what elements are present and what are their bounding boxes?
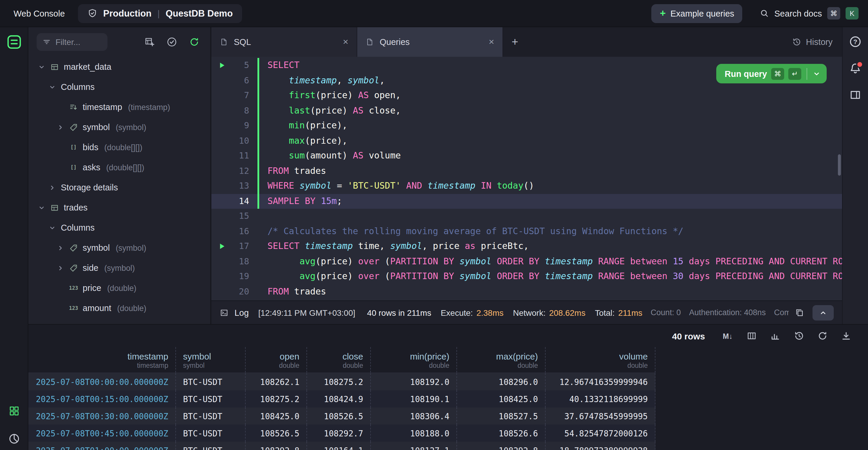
column-header-min-price-[interactable]: min(price)double: [371, 347, 457, 372]
cell-symbol[interactable]: BTC-USDT: [176, 442, 246, 450]
cell-close[interactable]: 108275.2: [307, 373, 371, 390]
cell-close[interactable]: 108292.7: [307, 425, 371, 442]
code-line-13[interactable]: 13WHERE symbol = 'BTC-USDT' AND timestam…: [211, 178, 842, 194]
column-header-symbol[interactable]: symbolsymbol: [176, 347, 246, 372]
instance-badge[interactable]: Production | QuestDB Demo: [78, 4, 242, 23]
code-line-18[interactable]: 18 avg(price) over (PARTITION BY symbol …: [211, 254, 842, 269]
cell-max-price-[interactable]: 108292.8: [457, 442, 546, 450]
cell-volume[interactable]: 18.780972389999928: [546, 442, 655, 450]
refresh-results-icon[interactable]: [817, 331, 828, 341]
cell-max-price-[interactable]: 108296.0: [457, 373, 546, 390]
cell-close[interactable]: 108424.9: [307, 390, 371, 407]
cell-open[interactable]: 108292.8: [246, 442, 307, 450]
sql-editor[interactable]: 5SELECT6 timestamp, symbol,7 first(price…: [211, 57, 842, 301]
table-row[interactable]: 2025-07-08T00:00:00.000000ZBTC-USDT10826…: [28, 373, 655, 390]
table-row[interactable]: 2025-07-08T00:30:00.000000ZBTC-USDT10842…: [28, 407, 655, 425]
cell-open[interactable]: 108262.1: [246, 373, 307, 390]
chevron-right-icon[interactable]: [57, 264, 64, 272]
filter-input[interactable]: Filter...: [37, 33, 107, 51]
column-header-volume[interactable]: volumedouble: [546, 347, 655, 372]
cell-timestamp[interactable]: 2025-07-08T00:45:00.000000Z: [28, 425, 176, 442]
cell-volume[interactable]: 40.1332118699999: [546, 390, 655, 407]
cell-min-price-[interactable]: 108188.0: [371, 425, 457, 442]
code-line-17[interactable]: 17SELECT timestamp time, symbol, price a…: [211, 239, 842, 254]
reload-schema-icon[interactable]: [189, 37, 199, 47]
code-line-16[interactable]: 16/* Calculates the rolling moving avera…: [211, 224, 842, 239]
code-line-14[interactable]: 14SAMPLE BY 15m;: [211, 194, 842, 209]
side-panel-icon[interactable]: [849, 89, 862, 101]
cell-max-price-[interactable]: 108527.5: [457, 407, 546, 425]
chevron-down-icon[interactable]: [49, 224, 56, 231]
download-csv-icon[interactable]: [841, 331, 851, 341]
cell-symbol[interactable]: BTC-USDT: [176, 373, 246, 390]
column-header-max-price-[interactable]: max(price)double: [457, 347, 546, 372]
editor-scrollbar[interactable]: [838, 154, 841, 176]
column-header-open[interactable]: opendouble: [246, 347, 307, 372]
cell-volume[interactable]: 54.82547872000126: [546, 425, 655, 442]
grid-view-icon[interactable]: [8, 405, 20, 417]
code-line-15[interactable]: 15: [211, 209, 842, 224]
pie-chart-icon[interactable]: [8, 433, 20, 445]
cell-symbol[interactable]: BTC-USDT: [176, 425, 246, 442]
code-line-10[interactable]: 10 max(price),: [211, 133, 842, 148]
chevron-right-icon[interactable]: [57, 244, 64, 252]
code-line-12[interactable]: 12FROM trades: [211, 164, 842, 178]
table-row[interactable]: 2025-07-08T01:00:00.000000ZBTC-USDT10829…: [28, 442, 655, 450]
cell-max-price-[interactable]: 108526.6: [457, 425, 546, 442]
code-line-19[interactable]: 19 avg(price) over (PARTITION BY symbol …: [211, 269, 842, 284]
run-statement-icon[interactable]: [218, 243, 225, 250]
run-statement-icon[interactable]: [218, 62, 225, 69]
tree-item-columns[interactable]: Columns: [28, 77, 210, 97]
chevron-down-icon[interactable]: [49, 83, 56, 91]
cell-max-price-[interactable]: 108425.0: [457, 390, 546, 407]
tree-item-market-data[interactable]: market_data: [28, 57, 210, 77]
code-line-9[interactable]: 9 min(price),: [211, 118, 842, 133]
cell-min-price-[interactable]: 108192.0: [371, 373, 457, 390]
tab-sql[interactable]: SQL×: [211, 27, 357, 57]
tree-item-columns[interactable]: Columns: [28, 218, 210, 238]
run-query-button[interactable]: Run query ⌘ ↵: [717, 64, 827, 83]
time-travel-icon[interactable]: [794, 331, 804, 341]
example-queries-button[interactable]: + Example queries: [652, 4, 743, 23]
cell-open[interactable]: 108425.0: [246, 407, 307, 425]
copy-markdown-icon[interactable]: M↓: [723, 331, 733, 341]
tree-item-amount[interactable]: 123amount(double): [28, 298, 210, 318]
cell-timestamp[interactable]: 2025-07-08T00:30:00.000000Z: [28, 407, 176, 425]
table-row[interactable]: 2025-07-08T00:15:00.000000ZBTC-USDT10827…: [28, 390, 655, 407]
add-table-icon[interactable]: [144, 37, 155, 47]
questdb-logo-icon[interactable]: [6, 34, 22, 50]
tree-item-timestamp[interactable]: timestamp(timestamp): [28, 97, 210, 117]
chevron-down-icon[interactable]: [38, 204, 45, 212]
cell-open[interactable]: 108275.2: [246, 390, 307, 407]
cell-symbol[interactable]: BTC-USDT: [176, 407, 246, 425]
cell-min-price-[interactable]: 108306.4: [371, 407, 457, 425]
cell-min-price-[interactable]: 108190.1: [371, 390, 457, 407]
tree-item-price[interactable]: 123price(double): [28, 278, 210, 298]
tree-item-asks[interactable]: []asks(double[][]): [28, 157, 210, 177]
cell-close[interactable]: 108526.5: [307, 407, 371, 425]
cell-volume[interactable]: 12.967416359999946: [546, 373, 655, 390]
chevron-right-icon[interactable]: [57, 123, 64, 131]
tree-item-bids[interactable]: []bids(double[][]): [28, 137, 210, 157]
code-line-11[interactable]: 11 sum(amount) AS volume: [211, 148, 842, 164]
cell-open[interactable]: 108526.5: [246, 425, 307, 442]
help-icon[interactable]: ?: [849, 35, 862, 48]
code-line-7[interactable]: 7 first(price) AS open,: [211, 88, 842, 103]
code-line-8[interactable]: 8 last(price) AS close,: [211, 103, 842, 118]
close-tab-icon[interactable]: ×: [343, 37, 348, 47]
code-line-20[interactable]: 20FROM trades: [211, 284, 842, 299]
search-docs-button[interactable]: Search docs ⌘ K: [760, 7, 859, 20]
cell-timestamp[interactable]: 2025-07-08T01:00:00.000000Z: [28, 442, 176, 450]
cell-close[interactable]: 108164.1: [307, 442, 371, 450]
history-button[interactable]: History: [792, 37, 842, 47]
tree-item-symbol[interactable]: symbol(symbol): [28, 238, 210, 258]
chevron-right-icon[interactable]: [49, 184, 56, 191]
chart-icon[interactable]: [770, 331, 781, 341]
close-tab-icon[interactable]: ×: [489, 37, 494, 47]
tree-item-symbol[interactable]: symbol(symbol): [28, 117, 210, 137]
tree-item-storage-details[interactable]: Storage details: [28, 177, 210, 197]
tab-queries[interactable]: Queries×: [357, 27, 503, 57]
cell-symbol[interactable]: BTC-USDT: [176, 390, 246, 407]
chevron-down-icon[interactable]: [812, 69, 821, 78]
suspended-toggle-icon[interactable]: [166, 37, 177, 47]
